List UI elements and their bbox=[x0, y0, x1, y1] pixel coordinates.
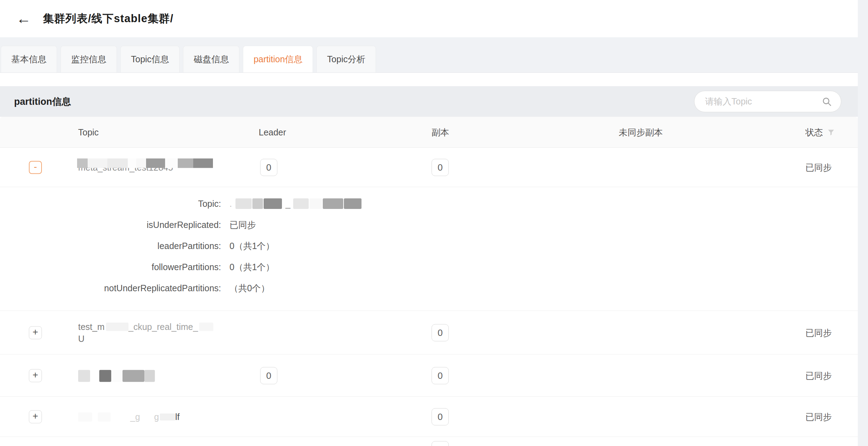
column-header-label: Leader bbox=[259, 127, 286, 138]
app-root: ← 集群列表/线下stable集群/ 基本信息监控信息Topic信息磁盘信息pa… bbox=[0, 0, 868, 446]
redaction-block bbox=[99, 370, 111, 382]
tab-monitor-info[interactable]: 监控信息 bbox=[61, 46, 117, 72]
tab-topic-info[interactable]: Topic信息 bbox=[120, 46, 180, 72]
column-header-label: 未同步副本 bbox=[619, 127, 663, 138]
leader-count-badge: 0 bbox=[260, 159, 277, 176]
status-filter-icon[interactable] bbox=[827, 128, 835, 136]
detail-value: 已同步 bbox=[229, 219, 256, 231]
redaction-block bbox=[235, 198, 252, 209]
table-row: +test_m_ckup_real_time_U0已同步 bbox=[0, 311, 858, 355]
redaction-block bbox=[264, 198, 282, 209]
status-text: 已同步 bbox=[805, 411, 832, 422]
expand-row-button[interactable]: + bbox=[29, 326, 42, 339]
redaction-block bbox=[88, 158, 107, 168]
section-title: partition信息 bbox=[14, 95, 71, 108]
detail-row: notUnderReplicatedPartitions:（共0个） bbox=[0, 278, 858, 299]
replica-count-badge: 0 bbox=[432, 367, 449, 384]
detail-label: followerPartitions: bbox=[0, 262, 221, 272]
replica-count-badge: 0 bbox=[432, 408, 449, 425]
redaction-block bbox=[146, 158, 165, 168]
top-bar: ← 集群列表/线下stable集群/ bbox=[0, 0, 858, 37]
topic-fragment: test_m bbox=[78, 321, 105, 331]
tab-disk-info[interactable]: 磁盘信息 bbox=[183, 46, 239, 72]
topic-fragment: g bbox=[154, 412, 159, 422]
topic-cell: test_m_ckup_real_time_U bbox=[78, 320, 213, 345]
redaction-block bbox=[309, 198, 322, 209]
redaction-block bbox=[252, 198, 263, 209]
search-icon[interactable] bbox=[822, 97, 832, 107]
topic-line-2: U bbox=[78, 333, 213, 345]
redaction-block bbox=[98, 412, 111, 421]
redaction-strip bbox=[77, 158, 213, 168]
topic-line-1: test_m_ckup_real_time_ bbox=[78, 320, 213, 333]
redaction-block bbox=[106, 323, 128, 331]
redaction-block bbox=[178, 158, 193, 168]
tab-basic-info[interactable]: 基本信息 bbox=[1, 46, 57, 72]
redaction-block bbox=[160, 413, 175, 420]
detail-row: followerPartitions:0（共1个） bbox=[0, 256, 858, 278]
detail-row: isUnderReplicated:已同步 bbox=[0, 214, 858, 235]
detail-label: notUnderReplicatedPartitions: bbox=[0, 283, 221, 293]
redaction-block bbox=[144, 370, 155, 382]
redaction-block bbox=[344, 198, 361, 209]
redaction-block bbox=[128, 158, 136, 168]
topic-cell: meta_stream_test12845 bbox=[78, 161, 173, 173]
topic-cell: _gglf bbox=[78, 410, 180, 423]
redaction-block bbox=[111, 370, 122, 382]
detail-label: Topic: bbox=[0, 199, 221, 209]
column-header-label: Topic bbox=[78, 127, 99, 138]
topic-fragment: _g bbox=[130, 412, 140, 422]
expand-row-button[interactable]: + bbox=[29, 410, 42, 423]
detail-label: isUnderReplicated: bbox=[0, 220, 221, 230]
replica-count-badge: 0 bbox=[432, 324, 449, 341]
topic-fragment: lf bbox=[175, 412, 180, 422]
topic-fragment: _ckup_real_time_ bbox=[128, 321, 198, 331]
detail-row: Topic:._ bbox=[0, 193, 858, 214]
redaction-block bbox=[193, 158, 213, 168]
topic-search-box bbox=[694, 91, 841, 112]
detail-value: 0（共1个） bbox=[229, 240, 275, 252]
redaction-block bbox=[165, 158, 178, 168]
section-header: partition信息 bbox=[0, 86, 858, 117]
redaction-block bbox=[122, 370, 144, 382]
status-text: 已同步 bbox=[805, 327, 832, 338]
expand-row-button[interactable]: + bbox=[29, 369, 42, 382]
table-row: 0 bbox=[0, 437, 858, 446]
column-header-label: 副本 bbox=[432, 127, 449, 138]
detail-fragment: _ bbox=[285, 199, 290, 209]
detail-row: leaderPartitions:0（共1个） bbox=[0, 235, 858, 256]
column-header-replica: 副本 bbox=[432, 117, 449, 148]
status-text: 已同步 bbox=[805, 370, 832, 381]
redaction-block bbox=[293, 198, 309, 209]
collapse-row-button[interactable]: - bbox=[29, 161, 42, 174]
detail-label: leaderPartitions: bbox=[0, 241, 221, 251]
redacted-topic: meta_stream_test12845 bbox=[78, 161, 173, 173]
leader-count-badge: 0 bbox=[260, 367, 277, 384]
expanded-detail-panel: Topic:._isUnderReplicated:已同步leaderParti… bbox=[0, 187, 858, 311]
detail-value: （共0个） bbox=[229, 282, 270, 294]
tab-topic-analysis[interactable]: Topic分析 bbox=[316, 46, 376, 72]
page-title: 集群列表/线下stable集群/ bbox=[43, 11, 174, 26]
search-input[interactable] bbox=[705, 96, 822, 107]
topic-cell bbox=[78, 369, 155, 382]
replica-count-badge: 0 bbox=[432, 441, 449, 446]
column-header-status: 状态 bbox=[805, 117, 835, 148]
table-header-row: TopicLeader副本未同步副本状态 bbox=[0, 117, 858, 148]
tab-partition-info[interactable]: partition信息 bbox=[243, 46, 313, 72]
detail-fragment: . bbox=[229, 199, 232, 209]
tab-bar: 基本信息监控信息Topic信息磁盘信息partition信息Topic分析 bbox=[0, 37, 858, 73]
back-arrow-icon[interactable]: ← bbox=[16, 11, 31, 26]
redaction-block bbox=[78, 412, 92, 421]
redaction-block bbox=[77, 158, 88, 168]
redaction-block bbox=[136, 158, 146, 168]
redaction-block bbox=[199, 323, 213, 331]
column-header-leader: Leader bbox=[259, 117, 286, 148]
partition-table: TopicLeader副本未同步副本状态 -meta_stream_test12… bbox=[0, 117, 858, 446]
column-header-label: 状态 bbox=[805, 127, 823, 138]
redaction-block bbox=[323, 198, 343, 209]
redaction-block bbox=[107, 158, 128, 168]
status-text: 已同步 bbox=[805, 161, 832, 173]
table-row: +00已同步 bbox=[0, 355, 858, 397]
replica-count-badge: 0 bbox=[432, 159, 449, 176]
table-row: +_gglf0已同步 bbox=[0, 397, 858, 437]
